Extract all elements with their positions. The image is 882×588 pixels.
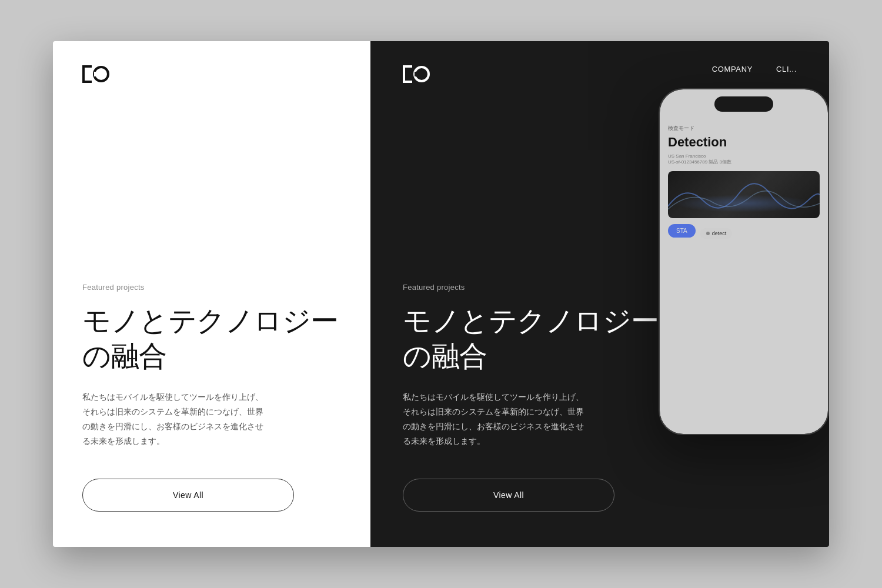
nav-cli[interactable]: CLI...	[776, 65, 797, 74]
left-main-title: モノとテクノロジーの融合	[82, 303, 341, 374]
phone-mode-label: 検査モード	[668, 125, 820, 132]
phone-detect-button: detect	[700, 228, 733, 239]
svg-rect-9	[415, 72, 418, 76]
phone-start-button: STA	[668, 224, 696, 238]
phone-location: US San Francisco US-sf-0123456789 製品 3個数	[668, 153, 820, 165]
left-content: Featured projects モノとテクノロジーの融合 私たちはモバイルを…	[82, 283, 341, 523]
svg-point-8	[418, 71, 425, 78]
left-logo-area	[82, 65, 341, 112]
left-description: 私たちはモバイルを駆使してツールを作り上げ、それらは旧来のシステムを革新的につな…	[82, 390, 318, 449]
svg-rect-4	[94, 72, 98, 76]
right-logo[interactable]	[403, 65, 431, 83]
phone-wave-visual	[668, 171, 820, 218]
left-logo[interactable]	[82, 65, 111, 83]
phone-frame: 検査モード Detection US San Francisco US-sf-0…	[659, 88, 829, 435]
nav-company[interactable]: COMPANY	[712, 65, 753, 74]
svg-rect-6	[405, 68, 412, 81]
left-panel: Featured projects モノとテクノロジーの融合 私たちはモバイルを…	[53, 41, 370, 547]
left-view-all-button[interactable]: View All	[82, 479, 294, 512]
left-featured-label: Featured projects	[82, 283, 341, 292]
svg-point-3	[98, 71, 105, 78]
phone-notch	[714, 96, 773, 112]
right-panel: COMPANY CLI... Featured projects モノ	[370, 41, 829, 547]
phone-app-title: Detection	[668, 135, 820, 150]
svg-rect-1	[85, 68, 92, 81]
phone-screen: 検査モード Detection US San Francisco US-sf-0…	[660, 89, 828, 434]
logo-icon-left	[82, 65, 111, 83]
right-view-all-button[interactable]: View All	[403, 479, 614, 512]
right-nav: COMPANY CLI...	[712, 65, 797, 74]
phone-screen-content: 検査モード Detection US San Francisco US-sf-0…	[660, 89, 828, 250]
phone-mockup: 検査モード Detection US San Francisco US-sf-0…	[659, 88, 829, 465]
logo-icon-right	[403, 65, 431, 83]
right-description: 私たちはモバイルを駆使してツールを作り上げ、それらは旧来のシステムを革新的につな…	[403, 390, 638, 449]
